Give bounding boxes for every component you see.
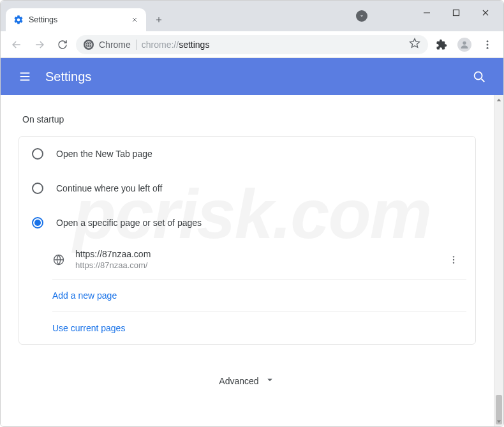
radio-label: Open the New Tab page [56,149,152,159]
url-path: settings [179,40,209,50]
new-tab-button[interactable] [150,11,168,29]
radio-continue[interactable]: Continue where you left off [19,171,475,206]
profile-button[interactable] [455,35,474,54]
startup-page-row: https://87nzaa.com https://87nzaa.com/ [52,240,466,280]
advanced-toggle[interactable]: Advanced [19,345,476,395]
startup-card: Open the New Tab page Continue where you… [19,136,476,345]
globe-icon [52,253,65,266]
startup-page-url: https://87nzaa.com/ [75,260,434,270]
svg-point-10 [453,262,454,263]
svg-rect-0 [454,10,459,16]
search-icon[interactable] [468,65,491,88]
window-titlebar: Settings [1,1,503,31]
settings-header: Settings [1,58,503,95]
window-maximize-button[interactable] [442,3,470,22]
svg-point-4 [487,43,489,45]
forward-button[interactable] [30,35,49,54]
tab-title: Settings [29,15,124,24]
url-scheme: chrome:// [142,40,179,50]
advanced-label: Advanced [219,376,258,386]
site-info-icon[interactable] [84,40,94,50]
scrollbar[interactable] [494,95,503,426]
radio-new-tab[interactable]: Open the New Tab page [19,137,475,171]
section-title: On startup [22,114,476,124]
link-label: Add a new page [52,290,117,301]
svg-point-3 [487,40,489,42]
scroll-down-icon[interactable] [494,416,503,426]
radio-icon [32,183,43,194]
close-icon[interactable] [130,15,140,25]
browser-toolbar: Chrome chrome://settings [1,31,503,58]
hamburger-icon[interactable] [13,65,36,88]
url-divider [136,40,137,50]
reload-button[interactable] [53,35,72,54]
back-button[interactable] [7,35,26,54]
use-current-pages[interactable]: Use current pages [52,312,466,344]
svg-point-8 [453,256,454,257]
scroll-up-icon[interactable] [494,95,503,105]
more-actions-button[interactable] [445,251,463,269]
settings-content: On startup Open the New Tab page Continu… [1,95,494,426]
radio-label: Continue where you left off [56,183,162,193]
extensions-button[interactable] [432,35,451,54]
radio-icon [32,148,43,160]
chevron-down-icon [264,374,276,387]
gear-icon [13,15,24,25]
bookmark-star-icon[interactable] [409,38,420,51]
menu-button[interactable] [478,35,497,54]
window-minimize-button[interactable] [413,3,441,22]
radio-label: Open a specific page or set of pages [56,218,202,228]
svg-point-5 [487,47,489,49]
window-close-button[interactable] [471,3,500,22]
settings-title: Settings [45,70,468,84]
radio-specific-page[interactable]: Open a specific page or set of pages [19,206,475,240]
svg-point-6 [475,72,482,80]
address-bar[interactable]: Chrome chrome://settings [76,35,428,54]
svg-point-2 [463,41,466,44]
startup-page-title: https://87nzaa.com [75,249,434,259]
browser-tab[interactable]: Settings [6,8,146,31]
account-switcher-icon[interactable] [356,10,367,22]
add-new-page[interactable]: Add a new page [52,280,466,312]
link-label: Use current pages [52,323,125,333]
url-prefix: Chrome [99,40,131,50]
radio-icon [32,217,43,228]
svg-point-9 [453,258,454,260]
